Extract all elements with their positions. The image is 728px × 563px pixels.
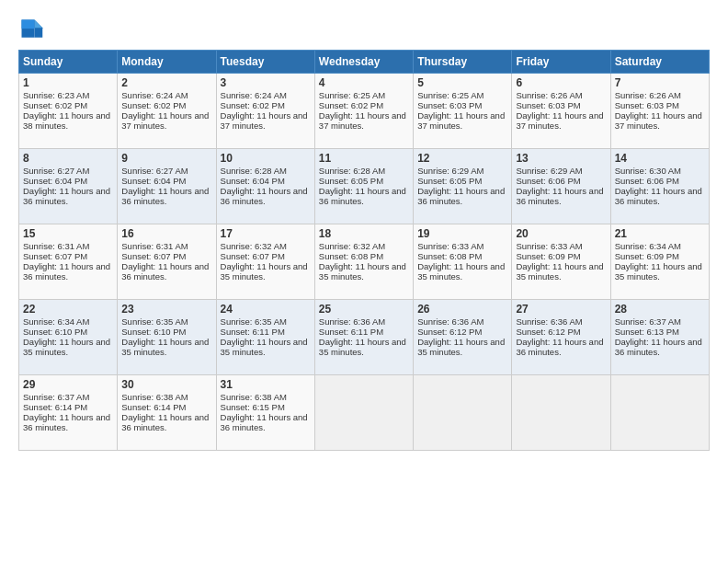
daylight-text: Daylight: 11 hours and 35 minutes. [615, 261, 702, 282]
sunset-text: Sunset: 6:04 PM [221, 176, 285, 186]
day-number: 27 [516, 303, 606, 316]
weekday-header-saturday: Saturday [610, 51, 709, 74]
calendar-week-row: 1Sunrise: 6:23 AMSunset: 6:02 PMDaylight… [19, 74, 710, 149]
daylight-text: Daylight: 11 hours and 35 minutes. [417, 337, 505, 357]
calendar-cell: 3Sunrise: 6:24 AMSunset: 6:02 PMDaylight… [216, 74, 314, 149]
sunrise-text: Sunrise: 6:34 AM [23, 316, 89, 327]
sunset-text: Sunset: 6:15 PM [221, 402, 285, 412]
logo [18, 17, 48, 42]
daylight-text: Daylight: 11 hours and 37 minutes. [516, 110, 603, 131]
sunrise-text: Sunrise: 6:27 AM [23, 166, 89, 176]
sunrise-text: Sunrise: 6:36 AM [417, 316, 483, 327]
calendar-cell [610, 375, 709, 451]
sunrise-text: Sunrise: 6:26 AM [516, 90, 582, 100]
sunset-text: Sunset: 6:14 PM [121, 402, 186, 412]
sunset-text: Sunset: 6:08 PM [417, 251, 482, 261]
day-number: 28 [615, 303, 705, 316]
calendar-week-row: 15Sunrise: 6:31 AMSunset: 6:07 PMDayligh… [19, 224, 710, 300]
calendar-cell: 26Sunrise: 6:36 AMSunset: 6:12 PMDayligh… [414, 300, 512, 375]
calendar-cell: 29Sunrise: 6:37 AMSunset: 6:14 PMDayligh… [19, 375, 118, 451]
day-number: 30 [121, 378, 211, 391]
daylight-text: Daylight: 11 hours and 35 minutes. [319, 337, 406, 357]
sunrise-text: Sunrise: 6:27 AM [121, 166, 188, 176]
sunset-text: Sunset: 6:05 PM [417, 176, 482, 186]
sunrise-text: Sunrise: 6:24 AM [221, 90, 287, 100]
sunset-text: Sunset: 6:13 PM [615, 327, 679, 337]
svg-rect-3 [22, 20, 35, 29]
logo-icon [18, 17, 44, 42]
daylight-text: Daylight: 11 hours and 37 minutes. [319, 110, 406, 131]
sunset-text: Sunset: 6:09 PM [615, 251, 679, 261]
sunrise-text: Sunrise: 6:25 AM [417, 90, 483, 100]
sunrise-text: Sunrise: 6:35 AM [221, 316, 287, 327]
day-number: 4 [319, 76, 409, 89]
calendar-cell: 15Sunrise: 6:31 AMSunset: 6:07 PMDayligh… [19, 224, 118, 300]
day-number: 20 [516, 227, 606, 240]
sunset-text: Sunset: 6:03 PM [516, 100, 580, 110]
calendar-cell: 24Sunrise: 6:35 AMSunset: 6:11 PMDayligh… [216, 300, 314, 375]
daylight-text: Daylight: 11 hours and 36 minutes. [221, 186, 308, 206]
calendar-cell [414, 375, 512, 451]
sunrise-text: Sunrise: 6:31 AM [121, 241, 188, 251]
calendar-cell: 22Sunrise: 6:34 AMSunset: 6:10 PMDayligh… [19, 300, 118, 375]
sunset-text: Sunset: 6:14 PM [23, 402, 87, 412]
sunrise-text: Sunrise: 6:29 AM [516, 166, 582, 176]
calendar-cell: 11Sunrise: 6:28 AMSunset: 6:05 PMDayligh… [314, 149, 413, 224]
weekday-header-wednesday: Wednesday [314, 51, 413, 74]
sunrise-text: Sunrise: 6:36 AM [319, 316, 385, 327]
calendar-cell: 19Sunrise: 6:33 AMSunset: 6:08 PMDayligh… [414, 224, 512, 300]
daylight-text: Daylight: 11 hours and 35 minutes. [516, 261, 603, 282]
day-number: 31 [221, 378, 311, 391]
sunrise-text: Sunrise: 6:38 AM [221, 392, 287, 402]
header [18, 17, 710, 42]
sunrise-text: Sunrise: 6:34 AM [615, 241, 681, 251]
sunset-text: Sunset: 6:07 PM [23, 251, 87, 261]
sunset-text: Sunset: 6:02 PM [319, 100, 383, 110]
day-number: 22 [23, 303, 113, 316]
day-number: 13 [516, 152, 606, 165]
daylight-text: Daylight: 11 hours and 36 minutes. [615, 337, 702, 357]
day-number: 23 [121, 303, 211, 316]
day-number: 8 [23, 152, 113, 165]
sunset-text: Sunset: 6:07 PM [121, 251, 186, 261]
sunset-text: Sunset: 6:02 PM [23, 100, 87, 110]
calendar-cell [314, 375, 413, 451]
sunset-text: Sunset: 6:10 PM [23, 327, 87, 337]
day-number: 11 [319, 152, 409, 165]
calendar-header-row: SundayMondayTuesdayWednesdayThursdayFrid… [19, 51, 710, 74]
sunrise-text: Sunrise: 6:36 AM [516, 316, 582, 327]
day-number: 6 [516, 76, 606, 89]
daylight-text: Daylight: 11 hours and 36 minutes. [516, 186, 603, 206]
day-number: 2 [121, 76, 211, 89]
daylight-text: Daylight: 11 hours and 36 minutes. [516, 337, 603, 357]
day-number: 1 [23, 76, 113, 89]
calendar-cell: 28Sunrise: 6:37 AMSunset: 6:13 PMDayligh… [610, 300, 709, 375]
daylight-text: Daylight: 11 hours and 36 minutes. [23, 412, 110, 432]
sunset-text: Sunset: 6:07 PM [221, 251, 285, 261]
daylight-text: Daylight: 11 hours and 36 minutes. [121, 412, 209, 432]
calendar-cell: 20Sunrise: 6:33 AMSunset: 6:09 PMDayligh… [512, 224, 610, 300]
sunrise-text: Sunrise: 6:35 AM [121, 316, 188, 327]
sunset-text: Sunset: 6:03 PM [615, 100, 679, 110]
sunset-text: Sunset: 6:02 PM [221, 100, 285, 110]
calendar-cell: 8Sunrise: 6:27 AMSunset: 6:04 PMDaylight… [19, 149, 118, 224]
daylight-text: Daylight: 11 hours and 37 minutes. [615, 110, 702, 131]
sunset-text: Sunset: 6:11 PM [221, 327, 285, 337]
calendar-cell: 5Sunrise: 6:25 AMSunset: 6:03 PMDaylight… [414, 74, 512, 149]
day-number: 16 [121, 227, 211, 240]
sunrise-text: Sunrise: 6:31 AM [23, 241, 89, 251]
daylight-text: Daylight: 11 hours and 36 minutes. [615, 186, 702, 206]
day-number: 5 [417, 76, 507, 89]
daylight-text: Daylight: 11 hours and 36 minutes. [221, 412, 308, 432]
day-number: 17 [221, 227, 311, 240]
sunset-text: Sunset: 6:04 PM [23, 176, 87, 186]
sunrise-text: Sunrise: 6:33 AM [516, 241, 582, 251]
daylight-text: Daylight: 11 hours and 35 minutes. [221, 261, 308, 282]
day-number: 19 [417, 227, 507, 240]
svg-marker-1 [35, 20, 43, 29]
calendar-cell: 4Sunrise: 6:25 AMSunset: 6:02 PMDaylight… [314, 74, 413, 149]
calendar-cell: 23Sunrise: 6:35 AMSunset: 6:10 PMDayligh… [118, 300, 216, 375]
sunset-text: Sunset: 6:12 PM [516, 327, 580, 337]
day-number: 26 [417, 303, 507, 316]
daylight-text: Daylight: 11 hours and 36 minutes. [23, 186, 110, 206]
